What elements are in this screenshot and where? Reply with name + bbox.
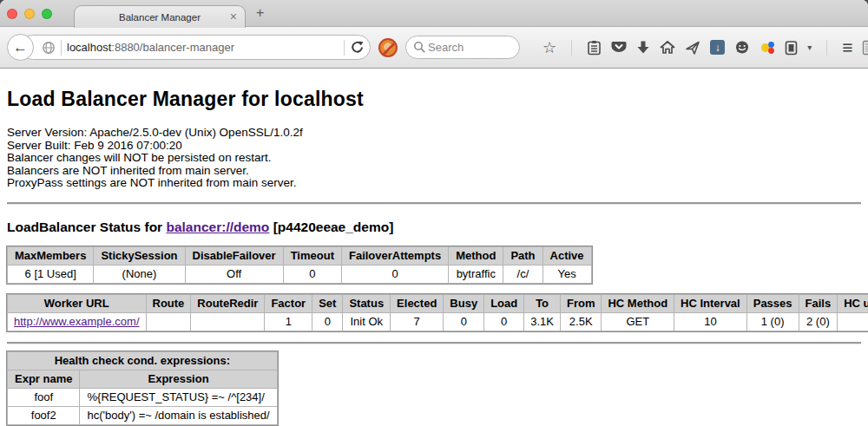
pocket-icon[interactable]: [611, 40, 627, 55]
table-header-row: Worker URL Route RouteRedir Factor Set S…: [8, 294, 868, 312]
column-header: StickySession: [94, 246, 185, 265]
browser-tab[interactable]: Balancer Manager ×: [74, 5, 246, 28]
tab-close-icon[interactable]: ×: [230, 10, 237, 23]
column-header: Expression: [80, 370, 277, 388]
cell-disablefailover: Off: [185, 265, 283, 283]
menu-icon[interactable]: ≡: [842, 37, 852, 58]
back-icon: ←: [13, 39, 28, 56]
column-header: Load: [484, 294, 524, 312]
browser-window: Balancer Manager × + ← localhost:8880/ba…: [0, 0, 868, 426]
cell-hc-method: GET: [602, 312, 674, 331]
minimize-window-button[interactable]: [24, 9, 35, 19]
url-bar[interactable]: localhost:8880/balancer-manager: [20, 35, 371, 60]
status-heading-prefix: LoadBalancer Status for: [7, 220, 166, 234]
cell-expression: %{REQUEST_STATUS} =~ /^[234]/: [80, 388, 277, 406]
cell-set: 0: [312, 312, 343, 331]
cell-to: 3.1K: [524, 312, 561, 331]
cell-load: 0: [484, 312, 524, 331]
table-row: 6 [1 Used] (None) Off 0 0 bytraffic /c/ …: [8, 265, 592, 283]
health-check-table: Health check cond. expressions: Expr nam…: [7, 351, 278, 425]
column-header: Busy: [444, 294, 484, 312]
column-header: HC Method: [602, 294, 674, 312]
divider: [571, 40, 572, 56]
search-input[interactable]: [426, 40, 504, 55]
cell-stickysession: (None): [94, 265, 185, 283]
divider: [826, 40, 827, 56]
new-tab-button[interactable]: +: [256, 5, 264, 21]
blocked-content-icon[interactable]: [378, 38, 398, 57]
proxypass-notice-line: ProxyPass settings are NOT inherited fro…: [7, 177, 861, 190]
close-window-button[interactable]: [7, 9, 17, 19]
table-row: foof2 hc('body') =~ /domain is establish…: [8, 406, 278, 424]
balancer-demo-link[interactable]: balancer://demo: [166, 220, 269, 234]
video-download-addon-icon[interactable]: ↓: [710, 40, 725, 55]
server-info: Server Version: Apache/2.5.0-dev (Unix) …: [7, 127, 861, 190]
chat-smiley-icon[interactable]: [734, 40, 750, 56]
column-header: DisableFailover: [185, 246, 283, 265]
cell-status: Init Ok: [343, 312, 391, 331]
column-header: Route: [146, 294, 191, 312]
colored-dots-addon-icon[interactable]: [760, 40, 775, 56]
search-bar[interactable]: [405, 36, 520, 59]
down-arrow-icon: ↓: [715, 42, 720, 54]
cell-from: 2.5K: [560, 312, 602, 331]
cell-busy: 0: [444, 312, 484, 331]
persist-notice-line: Balancer changes will NOT be persisted o…: [7, 152, 861, 165]
toolbar-icons: ☆ ↓: [542, 37, 868, 58]
cell-path: /c/: [503, 265, 542, 283]
column-header: Method: [449, 246, 503, 265]
column-header: Expr name: [8, 370, 80, 388]
cell-maxmembers: 6 [1 Used]: [8, 265, 94, 283]
bookmark-star-icon[interactable]: ☆: [542, 40, 556, 56]
table-row: http://www.example.com/ 1 0 Init Ok 7 0 …: [8, 312, 868, 331]
downloads-icon[interactable]: [636, 40, 650, 55]
table-header-row: Expr name Expression: [8, 370, 278, 388]
cell-hc-interval: 10: [674, 312, 747, 331]
balancer-settings-table: MaxMembers StickySession DisableFailover…: [7, 246, 592, 284]
column-header: HC uri: [838, 294, 868, 312]
chevron-down-icon[interactable]: ▾: [807, 43, 812, 52]
zoom-window-button[interactable]: [42, 9, 52, 19]
divider: [61, 40, 62, 56]
cell-expr-name: foof: [8, 388, 80, 406]
url-path: :8880/balancer-manager: [111, 41, 234, 54]
back-button[interactable]: ←: [7, 34, 34, 61]
column-header: Worker URL: [8, 294, 147, 312]
window-controls: [7, 9, 52, 19]
cell-routeredir: [191, 312, 265, 331]
page-title: Load Balancer Manager for localhost: [7, 88, 861, 111]
search-icon[interactable]: [413, 41, 426, 54]
page-content: Load Balancer Manager for localhost Serv…: [0, 88, 868, 426]
cell-failoverattempts: 0: [341, 265, 448, 283]
site-identity-globe-icon[interactable]: [42, 41, 56, 55]
column-header: Factor: [265, 294, 312, 312]
column-header: Path: [503, 246, 542, 265]
cell-fails: 2 (0): [799, 312, 838, 331]
cell-expr-name: foof2: [8, 406, 80, 424]
tab-title: Balancer Manager: [119, 12, 201, 23]
column-header: From: [560, 294, 602, 312]
reload-icon[interactable]: [350, 40, 365, 55]
balancer-status-heading: LoadBalancer Status for balancer://demo …: [7, 220, 861, 235]
worker-url-link[interactable]: http://www.example.com/: [14, 315, 140, 328]
column-header: RouteRedir: [191, 294, 265, 312]
column-header: HC Interval: [674, 294, 747, 312]
health-table-title: Health check cond. expressions:: [8, 351, 278, 370]
cell-hc-uri: [838, 312, 868, 331]
column-header: Timeout: [283, 246, 341, 265]
container-addon-icon[interactable]: [785, 40, 798, 56]
table-header-row: MaxMembers StickySession DisableFailover…: [8, 246, 592, 265]
clipboard-icon[interactable]: [587, 40, 602, 56]
page-thumbnail-icon[interactable]: [862, 40, 868, 56]
home-icon[interactable]: [660, 40, 675, 55]
column-header: Status: [343, 294, 391, 312]
server-version-line: Server Version: Apache/2.5.0-dev (Unix) …: [7, 127, 861, 140]
cell-expression: hc('body') =~ /domain is established/: [80, 406, 277, 424]
table-row: foof %{REQUEST_STATUS} =~ /^[234]/: [8, 388, 278, 406]
status-heading-suffix: [p4420eeae_demo]: [269, 220, 393, 234]
inherit-notice-line: Balancers are NOT inherited from main se…: [7, 165, 861, 178]
url-text[interactable]: localhost:8880/balancer-manager: [67, 41, 339, 54]
cell-active: Yes: [542, 265, 591, 283]
url-domain: localhost: [67, 41, 111, 54]
send-page-icon[interactable]: [685, 40, 700, 56]
